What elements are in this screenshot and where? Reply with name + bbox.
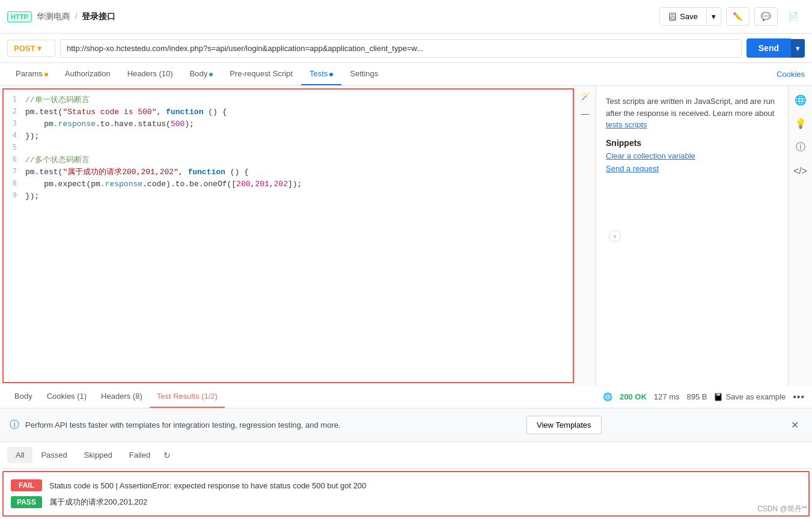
line-number: 6 (4, 154, 23, 163)
bottom-tab-testresults[interactable]: Test Results (1/2) (150, 386, 225, 408)
response-status: 200 OK (620, 392, 647, 401)
snippets-section: Snippets Clear a collection variable Sen… (606, 138, 778, 173)
save-dropdown-button[interactable]: ▾ (706, 8, 721, 25)
code-line-1: 1//单一状态码断言 (4, 94, 573, 106)
method-select[interactable]: POST ▾ (7, 40, 55, 57)
line-code: pm.test("属于成功的请求200,201,202", function (… (23, 166, 573, 178)
line-number: 7 (4, 166, 23, 175)
view-templates-button[interactable]: View Templates (527, 416, 602, 434)
send-button[interactable]: Send (746, 38, 791, 58)
doc-button[interactable]: 📄 (783, 8, 805, 25)
test-item-0: FAIL Status code is 500 | AssertionError… (11, 479, 801, 491)
code-line-8: 8 pm.expect(pm.response.code).to.be.oneO… (4, 178, 573, 190)
edit-button[interactable]: ✏️ (726, 7, 749, 26)
tab-tests[interactable]: Tests (301, 63, 341, 85)
line-number: 3 (4, 118, 23, 127)
tab-settings[interactable]: Settings (341, 63, 386, 85)
save-btn-group: Save ▾ (659, 7, 721, 26)
line-code: pm.response.to.have.status(500); (23, 118, 573, 130)
top-bar-left: HTTP 华测电商 / 登录接口 (7, 11, 115, 22)
svg-rect-1 (671, 13, 674, 16)
filter-tab-passed[interactable]: Passed (32, 447, 75, 463)
tab-authorization[interactable]: Authorization (56, 63, 119, 85)
bottom-tab-headers[interactable]: Headers (8) (94, 386, 150, 408)
globe-icon-btn[interactable]: 🌐 (791, 91, 810, 109)
info-icon-btn[interactable]: ⓘ (792, 138, 809, 157)
line-code: //多个状态码断言 (23, 154, 573, 166)
breadcrumb-current: 登录接口 (82, 11, 115, 21)
save-example-label: Save as example (725, 392, 786, 401)
cookies-link[interactable]: Cookies (777, 64, 805, 85)
code-line-7: 7pm.test("属于成功的请求200,201,202", function … (4, 166, 573, 178)
code-line-3: 3 pm.response.to.have.status(500); (4, 118, 573, 130)
save-example-button[interactable]: Save as example (714, 392, 786, 401)
filter-tab-all[interactable]: All (7, 447, 32, 463)
filter-tabs: All Passed Skipped Failed ↻ (0, 442, 812, 469)
filter-tab-failed[interactable]: Failed (121, 447, 159, 463)
save-button[interactable]: Save (660, 8, 706, 25)
tab-prerequest[interactable]: Pre-request Script (221, 63, 301, 85)
line-number: 8 (4, 178, 23, 187)
info-banner: ⓘ Perform API tests faster with template… (0, 408, 812, 442)
bottom-tab-cookies[interactable]: Cookies (1) (40, 386, 94, 408)
send-dropdown-button[interactable]: ▾ (791, 39, 805, 58)
code-line-6: 6//多个状态码断言 (4, 154, 573, 166)
breadcrumb-project[interactable]: 华测电商 (37, 11, 70, 21)
url-input[interactable] (60, 39, 742, 58)
test-item-1: PASS 属于成功的请求200,201,202 (11, 496, 801, 508)
top-bar: HTTP 华测电商 / 登录接口 Save ▾ ✏️ 💬 📄 (0, 0, 812, 34)
more-options-button[interactable]: ••• (793, 392, 805, 402)
breadcrumb-sep: / (75, 11, 78, 21)
right-panel-description: Test scripts are written in JavaScript, … (606, 96, 778, 131)
code-icon-btn[interactable]: </> (790, 162, 811, 180)
code-line-4: 4}); (4, 130, 573, 142)
minus-btn[interactable]: — (579, 106, 592, 121)
method-label: POST (14, 44, 35, 53)
code-editor[interactable]: 1//单一状态码断言2pm.test("Status code is 500",… (2, 88, 574, 383)
test-results-area: ⓘ Perform API tests faster with template… (0, 408, 812, 517)
learn-more-link[interactable]: tests scripts (606, 120, 647, 129)
line-number: 4 (4, 130, 23, 139)
line-number: 2 (4, 106, 23, 115)
code-line-2: 2pm.test("Status code is 500", function … (4, 106, 573, 118)
code-line-9: 9}); (4, 190, 573, 202)
close-banner-button[interactable]: ✕ (787, 418, 802, 432)
send-btn-group: Send ▾ (746, 38, 805, 58)
bottom-area: Body Cookies (1) Headers (8) Test Result… (0, 386, 812, 519)
tab-params[interactable]: Params (7, 63, 56, 85)
app-layout: HTTP 华测电商 / 登录接口 Save ▾ ✏️ 💬 📄 POST ▾ (0, 0, 812, 519)
params-dot (44, 73, 48, 76)
snippet-clear-collection[interactable]: Clear a collection variable (606, 151, 778, 160)
line-number: 5 (4, 142, 23, 151)
info-banner-text: Perform API tests faster with templates … (25, 420, 341, 429)
url-bar: POST ▾ Send ▾ (0, 34, 812, 63)
globe-icon: 🌐 (603, 392, 612, 401)
http-badge: HTTP (7, 11, 32, 22)
bottom-tab-body[interactable]: Body (7, 386, 40, 408)
line-code: }); (23, 130, 573, 142)
tab-headers[interactable]: Headers (10) (119, 63, 182, 85)
tab-body[interactable]: Body (182, 63, 222, 85)
breadcrumb: 华测电商 / 登录接口 (37, 11, 116, 22)
line-code: pm.expect(pm.response.code).to.be.oneOf(… (23, 178, 573, 190)
right-panel: Test scripts are written in JavaScript, … (596, 86, 788, 386)
tests-dot (329, 73, 333, 76)
editor-area: 1//单一状态码断言2pm.test("Status code is 500",… (0, 86, 596, 386)
test-badge-pass: PASS (11, 496, 42, 508)
snippet-send-request[interactable]: Send a request (606, 164, 778, 173)
test-desc-0: Status code is 500 | AssertionError: exp… (49, 481, 801, 490)
comment-button[interactable]: 💬 (754, 7, 778, 26)
info-banner-left: ⓘ Perform API tests faster with template… (10, 419, 341, 431)
svg-rect-4 (716, 393, 720, 396)
body-dot (209, 73, 213, 76)
test-desc-1: 属于成功的请求200,201,202 (49, 497, 801, 508)
save-label: Save (680, 12, 698, 21)
line-code: pm.test("Status code is 500", function (… (23, 106, 573, 118)
magic-wand-btn[interactable]: 🪄 (578, 90, 593, 104)
filter-tab-skipped[interactable]: Skipped (76, 447, 121, 463)
line-code: //单一状态码断言 (23, 94, 573, 106)
response-time: 127 ms (654, 392, 680, 401)
expand-panel-button[interactable]: › (609, 230, 621, 242)
lightbulb-icon-btn[interactable]: 💡 (791, 114, 810, 133)
refresh-button[interactable]: ↻ (163, 451, 171, 460)
